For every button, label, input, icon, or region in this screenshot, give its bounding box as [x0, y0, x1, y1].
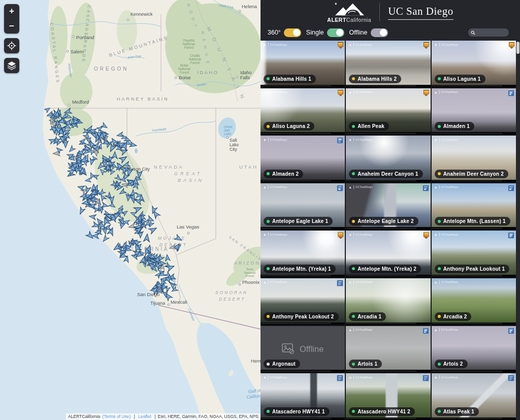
alert-ucsd-watermark: ▲UCSanDiego [434, 138, 459, 141]
status-dot-green [267, 172, 270, 175]
alert-ucsd-watermark: ▲UCSanDiego [348, 375, 373, 379]
status-dot-green [438, 410, 441, 413]
camera-tile[interactable]: ▲UCSanDiegoAnaheim Deer Canyon 2 [432, 136, 516, 182]
locate-button[interactable] [4, 38, 19, 53]
camera-tile[interactable]: ▲UCSanDiegoAliso Laguna 1 [432, 41, 516, 87]
camera-tile[interactable]: ▲UCSanDiegoAnaheim Deer Canyon 1 [346, 136, 430, 182]
pge-badge [508, 328, 514, 334]
status-dot-yellow [352, 220, 355, 223]
camera-tile[interactable]: ▲UCSanDiegoAnthony Peak Lookout 2 [261, 278, 345, 325]
camera-tile[interactable]: ▲UCSanDiegoAlmaden 1 [432, 88, 516, 135]
image-metadata-strip [346, 322, 430, 325]
camera-name: Arcadia 1 [358, 314, 381, 319]
camera-name: Alabama Hills 1 [272, 76, 311, 82]
image-metadata-strip [261, 370, 345, 372]
map-label: ChallisNationalForest [189, 54, 201, 64]
camera-tile[interactable]: ▲UCSanDiegoAntelope Eagle Lake 1 [261, 183, 345, 230]
alert-ucsd-watermark: ▲UCSanDiego [263, 233, 287, 236]
camera-name-pill: Artois 1 [349, 360, 382, 368]
forest-service-shield-badge [424, 232, 429, 239]
image-metadata-strip [432, 322, 516, 325]
filter-single-label: Single [306, 29, 324, 36]
toggle-knob [380, 29, 387, 36]
pge-badge [337, 280, 343, 286]
alert-mountain-icon: ▲ [263, 233, 267, 236]
status-dot-green [267, 220, 270, 223]
camera-tile[interactable]: ▲UCSanDiegoArcadia 2 [432, 278, 516, 325]
camera-tile[interactable]: ▲UCSanDiegoAntelope Mtn. (Yreka) 1 [261, 231, 345, 277]
zoom-out-button[interactable]: − [4, 21, 19, 31]
camera-tile[interactable]: ▲UCSanDiegoAtascadero HWY41 2 [346, 373, 430, 420]
alert-mountain-icon: ▲ [348, 328, 352, 332]
leaflet-link[interactable]: Leaflet [138, 414, 151, 419]
camera-tile[interactable]: ▲UCSanDiegoAlmaden 2 [261, 136, 345, 182]
camera-tile[interactable]: ▲UCSanDiegoAntelope Mtn. (Lassen) 1 [432, 183, 516, 230]
camera-name: Artois 2 [443, 361, 463, 367]
camera-name-pill: Atlas Peak 1 [435, 407, 479, 416]
camera-tile[interactable]: ▲UCSanDiegoAllen Peak [346, 88, 430, 135]
camera-name-pill: Anthony Peak Lookout 1 [435, 265, 510, 273]
filter-offline: Offline [349, 28, 388, 37]
pge-badge [422, 375, 429, 381]
camera-tile[interactable]: ▲UCSanDiegoAtlas Peak 1 [432, 373, 516, 420]
pge-badge [508, 375, 514, 381]
camera-tile[interactable]: ▲UCSanDiegoAnthony Peak Lookout 1 [432, 231, 516, 277]
image-metadata-strip [432, 370, 516, 372]
camera-tile[interactable]: ▲UCSanDiegoArcadia 1 [346, 278, 430, 325]
city-dot [168, 304, 170, 306]
panel-scrollbar[interactable] [516, 41, 520, 420]
image-metadata-strip [261, 85, 345, 87]
camera-tile[interactable]: ▲UCSanDiegoAliso Laguna 2 [261, 88, 345, 135]
attribution-sources: Esri, HERE, Garmin, FAO, NOAA, USGS, EPA… [158, 414, 258, 419]
search-box [468, 28, 509, 37]
camera-name-pill: Alabama Hills 1 [264, 75, 316, 83]
status-dot-green [267, 267, 270, 270]
status-dot-yellow [267, 315, 270, 318]
camera-tile[interactable]: ▲UCSanDiegoAlabama Hills 2 [346, 41, 430, 87]
camera-panel: ALERTCalifornia UC San Diego 360° Single… [261, 0, 520, 420]
status-dot-green [352, 267, 355, 270]
toggle-offline[interactable] [371, 28, 388, 37]
zoom-in-button[interactable]: + [4, 6, 19, 16]
toggle-single[interactable] [327, 28, 344, 37]
camera-name: Antelope Mtn. (Yreka) 1 [272, 266, 331, 272]
alert-mountain-icon: ▲ [434, 90, 438, 94]
camera-tile[interactable]: OfflineArgonaut [261, 326, 345, 373]
alert-ucsd-watermark: ▲UCSanDiego [348, 280, 373, 284]
camera-tile[interactable]: ▲UCSanDiegoAtascadero HWY41 1 [261, 373, 345, 420]
offline-image-icon [282, 343, 295, 354]
map-label: Phoenix [242, 279, 260, 285]
camera-tile[interactable]: ▲UCSanDiegoArtois 1 [346, 326, 430, 373]
camera-tile[interactable]: ▲UCSanDiegoAntelope Eagle Lake 2 [346, 183, 430, 230]
camera-tile[interactable]: ▲UCSanDiegoArtois 2 [432, 326, 516, 373]
map-controls: + − [4, 4, 19, 73]
map[interactable]: HelenaKennewickPortlandSalemMedfordBoise… [0, 0, 261, 420]
terms-of-use-link[interactable]: (Terms of Use) [103, 414, 131, 419]
camera-name-pill: Antelope Mtn. (Yreka) 1 [264, 265, 336, 273]
scrollbar-thumb[interactable] [516, 42, 519, 54]
city-dot [187, 232, 189, 234]
city-dot [68, 104, 70, 106]
camera-tile[interactable]: ▲UCSanDiegoAntelope Mtn. (Yreka) 2 [346, 231, 430, 277]
camera-tile[interactable]: ▲UCSanDiegoAlabama Hills 1 [261, 41, 345, 87]
status-dot-yellow [352, 77, 355, 80]
camera-name: Almaden 1 [443, 123, 470, 129]
pge-badge [337, 185, 343, 191]
status-dot-green [267, 77, 270, 80]
toggle-360[interactable] [284, 28, 301, 37]
alert-ucsd-watermark: ▲UCSanDiego [434, 90, 459, 94]
alert-mountain-icon: ▲ [434, 233, 438, 236]
alert-mountain-icon: ▲ [348, 185, 352, 189]
city-dot [72, 36, 74, 38]
camera-grid: ▲UCSanDiegoAlabama Hills 1▲UCSanDiegoAla… [261, 41, 516, 420]
alert-ucsd-watermark: ▲UCSanDiego [263, 185, 287, 189]
layers-button[interactable] [4, 58, 19, 73]
map-label: DESERT [219, 297, 245, 302]
map-label: Tijuana [150, 301, 165, 306]
image-metadata-strip [432, 85, 516, 87]
status-dot-yellow [438, 315, 441, 318]
map-attribution: ALERTCalifornia (Terms of Use) | Leaflet… [66, 413, 261, 420]
alertcalifornia-app: HelenaKennewickPortlandSalemMedfordBoise… [0, 0, 520, 420]
map-canvas[interactable]: HelenaKennewickPortlandSalemMedfordBoise… [0, 0, 261, 420]
search-input[interactable] [475, 30, 506, 35]
